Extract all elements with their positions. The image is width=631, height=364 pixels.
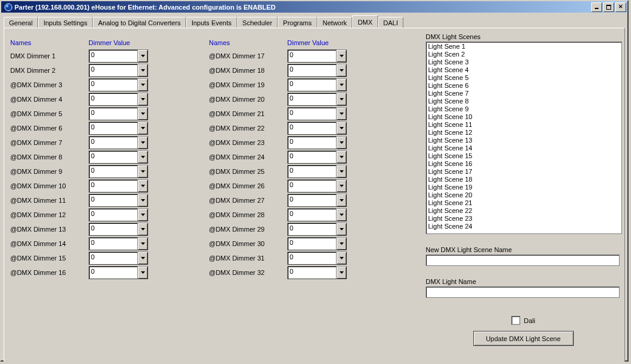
chevron-down-icon[interactable] (137, 209, 148, 221)
tab-analog-to-digital-converters[interactable]: Analog to Digital Converters (93, 17, 186, 28)
chevron-down-icon[interactable] (137, 194, 148, 206)
dimmer-value-select[interactable]: 0 (89, 150, 148, 164)
light-name-input[interactable] (426, 286, 620, 298)
dimmer-value-select[interactable]: 0 (287, 251, 347, 265)
scene-item[interactable]: Light Scene 4 (427, 66, 621, 74)
dimmer-value-select[interactable]: 0 (287, 64, 347, 77)
chevron-down-icon[interactable] (336, 252, 346, 264)
update-scene-button[interactable]: Update DMX Light Scene (473, 331, 574, 346)
dimmer-value-select[interactable]: 0 (89, 78, 148, 91)
dimmer-value-select[interactable]: 0 (89, 107, 148, 120)
dimmer-value-select[interactable]: 0 (89, 122, 148, 135)
dimmer-value-select[interactable]: 0 (287, 136, 347, 149)
dimmer-value-select[interactable]: 0 (89, 237, 148, 250)
dimmer-value-select[interactable]: 0 (287, 122, 347, 135)
scene-item[interactable]: Light Scene 12 (427, 129, 621, 137)
chevron-down-icon[interactable] (336, 122, 346, 134)
dali-checkbox[interactable] (511, 316, 520, 325)
tab-inputs-events[interactable]: Inputs Events (186, 17, 237, 28)
chevron-down-icon[interactable] (137, 64, 148, 76)
chevron-down-icon[interactable] (137, 108, 148, 120)
scene-item[interactable]: Light Scene 15 (427, 152, 621, 160)
scene-item[interactable]: Light Sene 1 (427, 43, 621, 51)
dimmer-value-select[interactable]: 0 (89, 93, 148, 106)
chevron-down-icon[interactable] (336, 267, 346, 279)
maximize-button[interactable] (603, 2, 614, 12)
tab-programs[interactable]: Programs (278, 17, 317, 28)
dimmer-value-select[interactable]: 0 (89, 64, 148, 77)
chevron-down-icon[interactable] (336, 194, 346, 206)
chevron-down-icon[interactable] (137, 93, 148, 105)
dimmer-value-select[interactable]: 0 (287, 49, 347, 63)
scene-item[interactable]: Light Scene 16 (427, 160, 621, 168)
chevron-down-icon[interactable] (336, 165, 346, 177)
dimmer-value-select[interactable]: 0 (287, 150, 347, 164)
dimmer-value-select[interactable]: 0 (287, 78, 347, 91)
dimmer-value-select[interactable]: 0 (287, 107, 347, 120)
chevron-down-icon[interactable] (137, 238, 148, 250)
chevron-down-icon[interactable] (336, 137, 346, 149)
scene-item[interactable]: Light Scene 9 (427, 105, 621, 113)
scene-item[interactable]: Light Scene 24 (427, 223, 621, 230)
chevron-down-icon[interactable] (336, 79, 346, 91)
scene-item[interactable]: Light Scene 19 (427, 184, 621, 191)
scene-item[interactable]: Light Scene 7 (427, 90, 621, 97)
scene-item[interactable]: Light Scene 17 (427, 168, 621, 176)
chevron-down-icon[interactable] (336, 93, 346, 105)
chevron-down-icon[interactable] (137, 267, 148, 279)
dimmer-value-select[interactable]: 0 (287, 237, 347, 250)
dimmer-value-select[interactable]: 0 (287, 194, 347, 207)
scene-item[interactable]: Light Scene 18 (427, 176, 621, 184)
scene-item[interactable]: Light Scene 14 (427, 144, 621, 152)
chevron-down-icon[interactable] (137, 122, 148, 134)
chevron-down-icon[interactable] (137, 79, 148, 91)
dimmer-value-select[interactable]: 0 (89, 266, 148, 279)
chevron-down-icon[interactable] (336, 238, 346, 250)
chevron-down-icon[interactable] (137, 151, 148, 163)
chevron-down-icon[interactable] (137, 252, 148, 264)
scene-item[interactable]: Light Scene 22 (427, 207, 621, 215)
new-scene-input[interactable] (426, 254, 620, 266)
scene-item[interactable]: Light Scene 21 (427, 199, 621, 207)
dimmer-value-select[interactable]: 0 (89, 136, 148, 149)
dimmer-value-select[interactable]: 0 (287, 165, 347, 178)
chevron-down-icon[interactable] (137, 50, 148, 62)
chevron-down-icon[interactable] (336, 180, 346, 192)
tab-network[interactable]: Network (317, 17, 352, 28)
scene-item[interactable]: Light Scen 2 (427, 51, 621, 58)
scene-item[interactable]: Light Scene 20 (427, 191, 621, 199)
scene-item[interactable]: Light Scene 5 (427, 74, 621, 82)
dimmer-value-select[interactable]: 0 (89, 165, 148, 178)
dimmer-value-select[interactable]: 0 (89, 208, 148, 221)
dimmer-value-select[interactable]: 0 (89, 223, 148, 236)
dimmer-value-select[interactable]: 0 (287, 266, 347, 279)
scene-item[interactable]: Light Scene 8 (427, 97, 621, 105)
chevron-down-icon[interactable] (336, 209, 346, 221)
scene-item[interactable]: Light Scene 11 (427, 121, 621, 129)
minimize-button[interactable] (591, 2, 602, 12)
chevron-down-icon[interactable] (137, 223, 148, 235)
tab-general[interactable]: General (4, 17, 38, 28)
scene-item[interactable]: Light Scene 3 (427, 58, 621, 66)
chevron-down-icon[interactable] (137, 180, 148, 192)
close-button[interactable]: ✕ (615, 2, 626, 12)
chevron-down-icon[interactable] (336, 223, 346, 235)
scene-item[interactable]: Light Scene 13 (427, 137, 621, 144)
chevron-down-icon[interactable] (137, 165, 148, 177)
scenes-listbox[interactable]: Light Sene 1Light Scen 2Light Scene 3Lig… (426, 42, 622, 234)
scene-item[interactable]: Light Scene 10 (427, 113, 621, 121)
dimmer-value-select[interactable]: 0 (287, 93, 347, 106)
dimmer-value-select[interactable]: 0 (287, 208, 347, 221)
chevron-down-icon[interactable] (336, 108, 346, 120)
chevron-down-icon[interactable] (336, 151, 346, 163)
dimmer-value-select[interactable]: 0 (89, 179, 148, 193)
tab-scheduler[interactable]: Scheduler (237, 17, 278, 28)
scene-item[interactable]: Light Scene 23 (427, 215, 621, 223)
dimmer-value-select[interactable]: 0 (89, 49, 148, 63)
tab-inputs-settings[interactable]: Inputs Settings (38, 17, 93, 28)
dimmer-value-select[interactable]: 0 (287, 179, 347, 193)
chevron-down-icon[interactable] (336, 50, 346, 62)
dimmer-value-select[interactable]: 0 (89, 251, 148, 265)
dimmer-value-select[interactable]: 0 (89, 194, 148, 207)
tab-dali[interactable]: DALI (378, 17, 403, 28)
